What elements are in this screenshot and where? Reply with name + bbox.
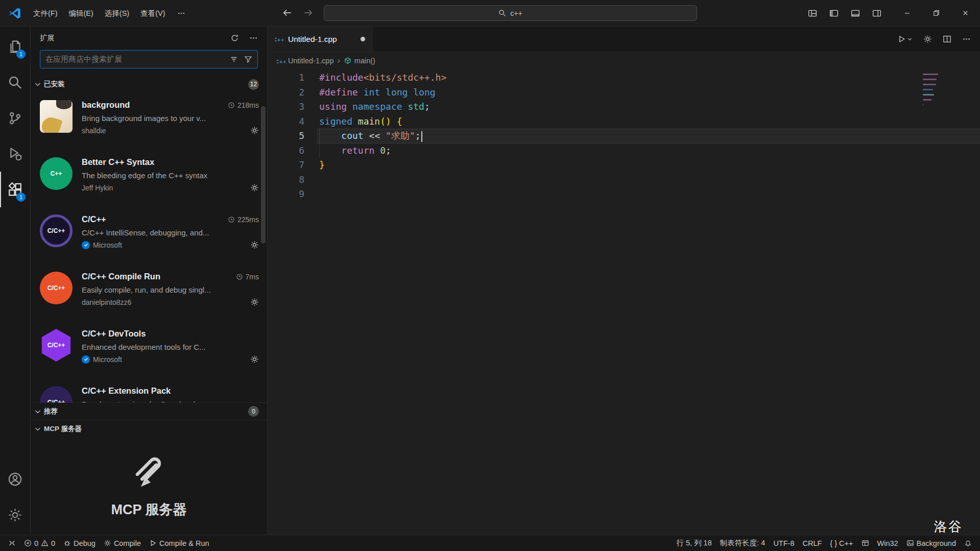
split-editor-button[interactable] — [943, 35, 951, 43]
verified-publisher-icon — [82, 355, 90, 364]
breadcrumb-symbol[interactable]: main() — [344, 57, 375, 65]
editor-actions — [897, 27, 980, 52]
menu-edit[interactable]: 编辑(E) — [63, 6, 99, 21]
section-installed[interactable]: 已安装 12 — [31, 76, 267, 93]
line-number[interactable]: 1 — [268, 70, 304, 85]
installed-count-badge: 12 — [248, 79, 259, 90]
cpp-config[interactable]: Win32 — [873, 535, 902, 551]
activitybar-extensions[interactable]: 1 — [0, 172, 30, 207]
minimize-button[interactable] — [893, 0, 922, 26]
compile-run-button[interactable]: Compile & Run — [145, 535, 213, 551]
menu-selection[interactable]: 选择(S) — [99, 6, 135, 21]
publisher-name: danielpinto8zz6 — [82, 298, 131, 306]
minimap[interactable] — [923, 74, 973, 119]
activitybar-search[interactable] — [0, 64, 30, 100]
code-editor[interactable]: 1#include<bits/stdc++.h>2#define int lon… — [268, 69, 980, 535]
status-bar-left: 00DebugCompileCompile & Run — [4, 535, 213, 551]
code-line-6[interactable]: 6 return 0; — [268, 143, 980, 158]
editor-group: C++ Untitled-1.cpp C++ Untitled-1.cpp › — [268, 27, 980, 535]
refresh-extensions-button[interactable] — [230, 34, 239, 42]
background-extension[interactable]: Background — [902, 535, 960, 551]
line-number[interactable]: 4 — [268, 114, 304, 129]
extension-name: background — [82, 100, 130, 110]
line-number[interactable]: 9 — [268, 187, 304, 202]
extension-settings-gear-icon[interactable] — [250, 126, 259, 135]
notifications[interactable] — [960, 535, 976, 551]
filter-funnel-icon[interactable] — [244, 55, 252, 63]
restore-button[interactable] — [922, 0, 951, 26]
cursor-position[interactable]: 行 5, 列 18 — [672, 535, 715, 551]
activitybar-settings[interactable] — [0, 497, 30, 533]
extension-settings-gear-icon[interactable] — [250, 298, 259, 306]
breadcrumb-file[interactable]: C++ Untitled-1.cpp — [277, 57, 333, 65]
compile-button[interactable]: Compile — [100, 535, 145, 551]
code-line-5[interactable]: 5 cout << "求助"; — [268, 129, 980, 143]
code-line-4[interactable]: 4signed main() { — [268, 114, 980, 129]
extension-settings-gear-icon[interactable] — [250, 355, 259, 364]
account-icon — [8, 472, 22, 487]
toggle-panel-button[interactable] — [851, 9, 860, 18]
extension-title-row: background218ms — [82, 100, 259, 110]
toggle-primary-sidebar-button[interactable] — [829, 9, 839, 18]
extension-item-2[interactable]: C/C++C/C++225msC/C++ IntelliSense, debug… — [31, 207, 267, 265]
extension-item-5[interactable]: C/C++C/C++ Extension PackPopular extensi… — [31, 379, 267, 402]
code-line-3[interactable]: 3using namespace std; — [268, 100, 980, 114]
code-line-2[interactable]: 2#define int long long — [268, 85, 980, 100]
menubar-overflow[interactable] — [173, 9, 189, 17]
extension-item-3[interactable]: C/C++C/C++ Compile Run7msEasily compile,… — [31, 265, 267, 322]
minimap-line — [923, 79, 937, 80]
extensions-search-input[interactable]: 在应用商店中搜索扩展 — [40, 50, 258, 68]
line-number[interactable]: 5 — [268, 129, 304, 143]
problems[interactable]: 00 — [20, 535, 59, 551]
code-line-7[interactable]: 7} — [268, 158, 980, 173]
extension-item-1[interactable]: C++Better C++ SyntaxThe bleeding edge of… — [31, 150, 267, 207]
extension-settings-gear-icon[interactable] — [250, 241, 259, 249]
activation-time: 225ms — [228, 215, 259, 224]
extension-item-4[interactable]: C/C++C/C++ DevToolsEnhanced development … — [31, 322, 267, 379]
section-mcp[interactable]: MCP 服务器 — [31, 420, 267, 437]
section-recommended-label: 推荐 — [44, 407, 58, 416]
line-number[interactable]: 8 — [268, 173, 304, 187]
activitybar-explorer[interactable]: 1 — [0, 29, 30, 64]
section-recommended[interactable]: 推荐 0 — [31, 402, 267, 420]
close-button[interactable] — [951, 0, 980, 26]
modified-dot-icon[interactable] — [361, 37, 365, 41]
code-line-1[interactable]: 1#include<bits/stdc++.h> — [268, 70, 980, 85]
indentation[interactable]: 制表符长度: 4 — [716, 535, 770, 551]
cpp-config-icon-item[interactable] — [857, 535, 873, 551]
remote-indicator[interactable] — [4, 535, 20, 551]
extension-item-0[interactable]: background218msBring background images t… — [31, 93, 267, 150]
line-number[interactable]: 3 — [268, 100, 304, 114]
editor-settings-button[interactable] — [923, 35, 932, 43]
toggle-secondary-sidebar-button[interactable] — [872, 9, 881, 18]
code-lines: 1#include<bits/stdc++.h>2#define int lon… — [268, 70, 980, 202]
debug-button[interactable]: Debug — [59, 535, 100, 551]
run-or-debug-button[interactable] — [897, 35, 913, 43]
customize-layout-button[interactable] — [808, 9, 817, 18]
tab-untitled-1[interactable]: C++ Untitled-1.cpp — [268, 27, 373, 52]
navigate-forward-button[interactable] — [303, 8, 314, 18]
more-editor-actions[interactable] — [962, 35, 971, 43]
remote-icon — [8, 539, 16, 547]
line-number[interactable]: 7 — [268, 158, 304, 173]
filter-lines-icon[interactable] — [230, 55, 238, 63]
more-actions-button[interactable] — [249, 34, 258, 42]
line-number[interactable]: 6 — [268, 143, 304, 158]
code-line-9[interactable]: 9 — [268, 187, 980, 202]
eol[interactable]: CRLF — [798, 535, 826, 551]
code-line-8[interactable]: 8 — [268, 173, 980, 187]
encoding[interactable]: UTF-8 — [769, 535, 798, 551]
menu-file[interactable]: 文件(F) — [28, 6, 63, 21]
activity-bar-bottom — [0, 461, 30, 535]
command-center-search[interactable]: c++ — [324, 5, 697, 21]
minimap-line — [923, 99, 931, 101]
navigate-back-button[interactable] — [282, 8, 292, 18]
sidebar-scrollbar[interactable] — [261, 106, 266, 244]
extension-settings-gear-icon[interactable] — [250, 183, 259, 192]
activitybar-account[interactable] — [0, 461, 30, 497]
activitybar-run-and-debug[interactable] — [0, 136, 30, 172]
menu-view[interactable]: 查看(V) — [135, 6, 171, 21]
line-number[interactable]: 2 — [268, 85, 304, 100]
activitybar-source-control[interactable] — [0, 100, 30, 136]
language-mode[interactable]: { } C++ — [826, 535, 857, 551]
